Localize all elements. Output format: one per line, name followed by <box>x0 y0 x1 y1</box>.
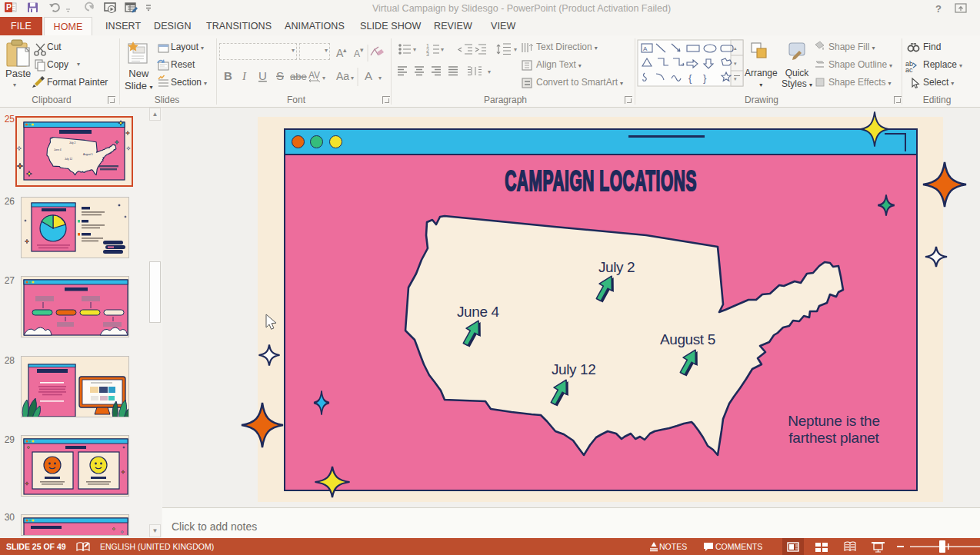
svg-text:▾: ▾ <box>322 75 325 81</box>
svg-text:▾: ▾ <box>734 76 737 81</box>
svg-text:▾: ▾ <box>488 68 491 75</box>
svg-text:Aa: Aa <box>336 70 349 82</box>
svg-text:June 4: June 4 <box>54 148 62 151</box>
svg-text:A: A <box>365 69 372 82</box>
svg-text:▾: ▾ <box>514 46 517 53</box>
svg-text:A: A <box>354 48 360 59</box>
svg-text:3: 3 <box>426 52 429 57</box>
svg-text:July 2: July 2 <box>69 141 76 145</box>
svg-text:▾: ▾ <box>360 46 364 54</box>
svg-text:▾: ▾ <box>413 46 416 53</box>
svg-text:ac: ac <box>905 66 913 74</box>
svg-text:I: I <box>242 70 247 82</box>
svg-text:▾: ▾ <box>734 61 737 66</box>
svg-text:August 5: August 5 <box>83 153 93 156</box>
svg-text:P: P <box>6 2 12 12</box>
svg-text:▴: ▴ <box>343 46 347 54</box>
svg-text:▴: ▴ <box>734 45 737 51</box>
svg-text:B: B <box>224 69 232 82</box>
svg-text:S: S <box>276 69 284 82</box>
svg-text:?: ? <box>935 3 942 15</box>
svg-text:▾: ▾ <box>441 46 444 53</box>
svg-text:July 12: July 12 <box>65 158 72 161</box>
svg-text:U: U <box>258 69 267 82</box>
svg-text:▾: ▾ <box>351 75 354 81</box>
svg-text:AV: AV <box>308 70 320 81</box>
svg-text:{: { <box>688 72 692 84</box>
svg-text:A: A <box>643 45 648 52</box>
svg-text:abe: abe <box>290 71 307 82</box>
svg-text:}: } <box>703 72 707 84</box>
svg-text:▾: ▾ <box>378 75 382 81</box>
